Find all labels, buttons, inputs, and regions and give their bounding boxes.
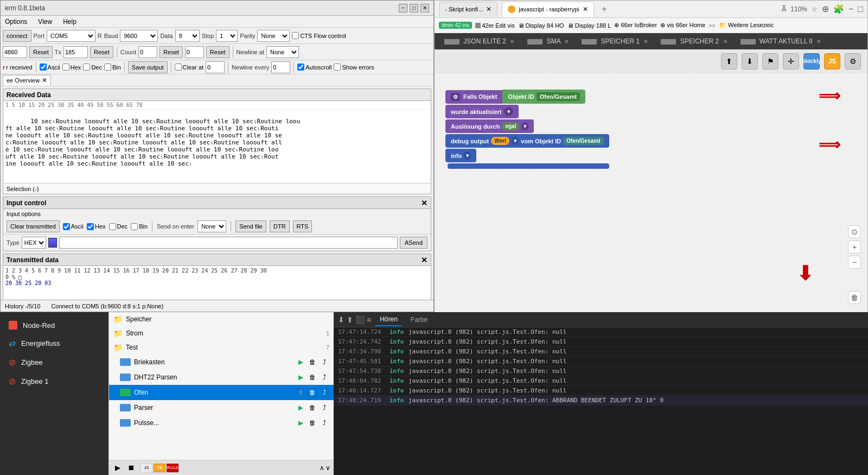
dec-checkbox-label[interactable]: Dec [83,64,102,71]
log-icon-2[interactable]: ⬆ [347,315,353,324]
flow-delete-parser[interactable]: 🗑 [308,403,317,413]
minimize-button[interactable]: − [399,4,407,12]
folder-test[interactable]: 📁 Test 7 [109,340,334,354]
received-data-area[interactable]: 10 secₗRoutine looouft alle 10 secₗRouti… [3,110,431,183]
tx-input[interactable] [63,46,88,58]
play-all-btn[interactable]: ▶ [112,463,123,473]
baud-select[interactable]: 9600 [120,30,158,42]
cursor-icon-btn[interactable]: ✛ [783,53,799,69]
clear-transmitted-button[interactable]: Clear transmitted [7,220,60,232]
debug-output-block[interactable]: debug output Wert ▾ vom Objekt ID Ofen/G… [445,134,609,148]
icon-btn-1[interactable]: JS [141,464,152,472]
input-control-close[interactable]: ✕ [421,199,427,207]
up-btn[interactable]: ∧ [320,464,324,472]
bin-input-label[interactable]: Bin [131,223,148,230]
rts-button[interactable]: RTS [293,220,312,232]
flow-item-pulsse[interactable]: Pulsse... ▶ 🗑 ⤴ [109,415,334,430]
dropdown-icon[interactable]: ▾ [504,107,513,116]
hex-input[interactable] [59,237,398,249]
browser-tab-0[interactable]: - Skript konfi... ✕ [439,2,497,17]
clear-at-checkbox[interactable] [175,64,182,71]
wert-dropdown[interactable]: ▾ [512,137,519,145]
trash-button[interactable]: 🗑 [848,291,861,304]
r-received-label[interactable]: r r received [3,64,33,71]
count-input2[interactable] [185,46,204,58]
transmitted-data-area[interactable]: 1 2 3 4 5 6 7 8 9 10 11 12 13 14 15 16 1… [3,266,431,305]
connect-button[interactable]: connect [3,30,31,42]
sub-tab-speicher1[interactable]: SPEICHER 1 ✕ [576,35,653,47]
flow-run-dht22[interactable]: ▶ [296,372,305,382]
reset1-button[interactable]: Reset [29,46,53,58]
new-tab-button[interactable]: + [598,3,610,15]
log-tab-farbe[interactable]: Farbe [406,314,432,326]
info-block[interactable]: info ▾ [445,149,476,162]
cts-checkbox-label[interactable]: CTS Flow control [292,32,346,39]
zoom-out-button[interactable]: − [848,256,861,269]
zoom-in-button[interactable]: + [848,240,861,254]
flow-delete-ofen[interactable]: 🗑 [308,388,317,397]
log-icon-1[interactable]: ⬇ [338,315,344,324]
log-area[interactable]: 17:47:14.724 info javascript.0 (982) scr… [334,327,868,475]
flow-delete-briekasten[interactable]: 🗑 [308,357,317,367]
folder-speicher[interactable]: 📁 Speicher [109,312,334,326]
flow-export-briekasten[interactable]: ⤴ [320,357,329,367]
port-select[interactable]: COM5 [47,30,95,42]
bookmark-display188[interactable]: 🖥 Display 188 L [567,22,611,29]
autoscroll-checkbox[interactable] [297,64,304,71]
down-btn[interactable]: ∨ [326,464,330,472]
ausloesung-block[interactable]: Auslösung durch egal ▾ [445,119,534,133]
type-select[interactable]: HEX [22,237,46,249]
tab-close-icon[interactable]: ✕ [42,77,47,84]
log-tab-listen[interactable]: Hören [375,313,402,326]
save-output-button[interactable]: Save output [128,61,168,73]
flow-item-parser[interactable]: Parser ▶ 🗑 ⤴ [109,400,334,415]
flow-export-ofen[interactable]: ⤴ [320,388,329,397]
zoom-reset-button[interactable]: ⊙ [848,225,861,238]
reset2-button[interactable]: Reset [90,46,113,58]
flag-icon-btn[interactable]: ⚑ [762,53,778,69]
settings-icon-btn[interactable]: ⚙ [845,53,861,69]
count-input[interactable] [138,46,157,58]
flow-item-briekasten[interactable]: Briekasten ▶ 🗑 ⤴ [109,354,334,370]
send-on-enter-select[interactable]: None [197,220,226,232]
hex-checkbox-label[interactable]: Hex [62,64,81,71]
dec-input-label[interactable]: Dec [109,223,128,230]
bookmarks-more[interactable]: >> [709,22,716,29]
flow-export-parser[interactable]: ⤴ [320,403,329,413]
objekt-id-block[interactable]: Objekt ID Ofen/Gesamt [502,90,585,104]
hex-input-checkbox[interactable] [87,223,94,230]
rx-input[interactable] [3,46,27,58]
flow-item-dht22[interactable]: DHT22 Parsen ▶ 🗑 ⤴ [109,370,334,385]
dec-input-checkbox[interactable] [109,223,116,230]
sidebar-item-zigbee[interactable]: ⊘ Zigbee [0,353,108,372]
flow-item-ofen[interactable]: Ofen ⏸ 🗑 ⤴ [109,385,334,400]
wurde-aktualisiert-block[interactable]: wurde aktualisiert ▾ [445,105,519,118]
tab-close-1[interactable]: ✕ [583,5,588,13]
cts-checkbox[interactable] [292,32,299,39]
ascii-input-checkbox[interactable] [63,223,70,230]
sub-tab-json-elite[interactable]: JSON ELITE 2 ✕ [439,35,520,47]
icon-btn-3[interactable]: RULE [167,464,178,472]
bookmark-admin[interactable]: dmin 42 ins [439,22,472,29]
bin-input-checkbox[interactable] [131,223,138,230]
sub-tab-watt[interactable]: WATT AKTUELL II ✕ [735,35,827,47]
newline-every-input[interactable] [271,61,290,73]
ascii-checkbox[interactable] [40,64,47,71]
maximize-button[interactable]: □ [410,4,418,12]
falls-objekt-block[interactable]: ⚙ Falls Objekt [445,90,502,104]
log-icon-4[interactable]: ≡ [367,315,371,324]
js-icon-btn[interactable]: JS [824,53,840,69]
show-errors-label[interactable]: Show errors [334,64,374,71]
autoscroll-label[interactable]: Autoscroll [297,64,331,71]
asend-button[interactable]: ASend [400,237,427,249]
transmitted-close[interactable]: ✕ [421,256,427,264]
close-button[interactable]: ✕ [420,4,429,12]
blockly-icon-btn[interactable]: blockly [803,53,820,69]
sidebar-item-zigbee1[interactable]: ⊘ Zigbee 1 [0,372,108,391]
bookmark-66er[interactable]: ⊕ 66er IoBroker [614,22,657,29]
bookmark-weitere[interactable]: 📁 Weitere Lesezeic [719,22,774,29]
sidebar-item-energiefluss[interactable]: ⇄ Energiefluss [0,334,108,353]
export-icon-btn[interactable]: ⬆ [721,53,737,69]
bookmark-display84[interactable]: 🖥 Display 84 HO [518,22,564,29]
icon-btn-2[interactable]: TS [154,464,165,472]
